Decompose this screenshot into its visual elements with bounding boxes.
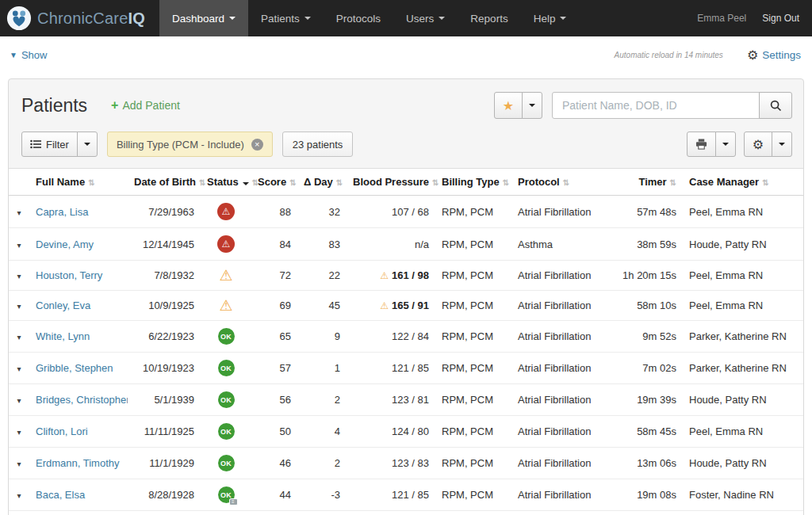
- protocol-cell: Atrial Fibrillation: [511, 511, 607, 515]
- patient-name-link[interactable]: Erdmann, Timothy: [36, 457, 120, 469]
- row-expander-icon[interactable]: ▾: [17, 302, 21, 311]
- table-row: ▾ Erdmann, Timothy 11/1/1929 OK 46 2 123…: [9, 448, 803, 479]
- brand[interactable]: ChronicCareIQ: [0, 0, 159, 36]
- column-header-date-of-birth[interactable]: Date of Birth⇅: [128, 169, 201, 196]
- patient-name-link[interactable]: Bridges, Christopher: [36, 394, 128, 406]
- row-expander-icon[interactable]: ▾: [17, 428, 21, 437]
- row-expander-icon[interactable]: ▾: [17, 208, 21, 217]
- column-header-label: Billing Type: [442, 176, 500, 188]
- filter-dropdown-button[interactable]: [77, 132, 98, 157]
- column-header-status[interactable]: Status⇅: [201, 169, 251, 196]
- sort-icon: ⇅: [563, 178, 569, 187]
- show-toggle[interactable]: ▼ Show: [10, 49, 47, 61]
- nav-item-dashboard[interactable]: Dashboard: [159, 0, 248, 36]
- column-header-timer[interactable]: Timer⇅: [607, 169, 683, 196]
- row-expander-icon[interactable]: ▾: [17, 241, 21, 250]
- filter-button[interactable]: Filter: [21, 132, 78, 157]
- row-expander-icon[interactable]: ▾: [17, 491, 21, 500]
- column-header-label: Case Manager: [689, 176, 759, 188]
- timer-cell: 57m 48s: [607, 196, 683, 228]
- status-cell: OK≡: [201, 479, 251, 511]
- protocol-cell: Atrial Fibrillation: [511, 291, 607, 321]
- status-alert-icon: ⚠: [217, 235, 235, 253]
- sort-icon: ⇅: [289, 178, 296, 187]
- table-row: ▾ Houston, Terry 7/8/1932 ⚠ 72 22 ⚠161 /…: [9, 261, 803, 291]
- status-cell: OK≡: [201, 511, 251, 515]
- nav-item-help[interactable]: Help: [521, 0, 580, 36]
- column-header-label: Δ Day: [304, 176, 333, 188]
- status-ok-icon: OK: [218, 328, 235, 345]
- score-cell: 41: [251, 511, 297, 515]
- table-settings-dropdown-button[interactable]: [772, 132, 792, 157]
- nav-items: DashboardPatientsProtocolsUsersReportsHe…: [159, 0, 579, 36]
- case-manager-cell: Peel, Emma RN: [683, 416, 803, 448]
- column-header-label: Status: [207, 176, 239, 188]
- status-cell: OK: [201, 448, 251, 479]
- timer-cell: 19m 39s: [607, 384, 683, 416]
- row-expander-icon[interactable]: ▾: [17, 396, 21, 405]
- nav-item-users[interactable]: Users: [393, 0, 458, 36]
- row-expander-icon[interactable]: ▾: [17, 364, 21, 373]
- patient-name-link[interactable]: Capra, Lisa: [36, 206, 88, 218]
- case-manager-cell: Houde, Patty RN: [683, 511, 803, 515]
- patient-search-input[interactable]: [552, 92, 760, 119]
- favorites-dropdown-button[interactable]: [522, 92, 542, 119]
- blood-pressure-cell: 107 / 68: [347, 196, 435, 228]
- column-header-full-name[interactable]: Full Name⇅: [29, 169, 128, 196]
- favorites-star-button[interactable]: ★: [494, 92, 523, 119]
- status-ok-message-icon: OK≡: [218, 486, 235, 503]
- row-expander-icon[interactable]: ▾: [17, 333, 21, 341]
- delta-day-cell: 45: [297, 291, 347, 321]
- patient-name-link[interactable]: White, Lynn: [36, 330, 90, 342]
- remove-filter-icon[interactable]: ×: [251, 139, 263, 151]
- blood-pressure-cell: n/a: [347, 228, 435, 261]
- column-header-case-manager[interactable]: Case Manager⇅: [683, 169, 803, 196]
- add-patient-button[interactable]: + Add Patient: [111, 98, 180, 113]
- patient-name-link[interactable]: Houston, Terry: [36, 269, 102, 281]
- protocol-cell: Atrial Fibrillation: [511, 353, 607, 384]
- table-settings-button[interactable]: ⚙: [744, 132, 772, 157]
- nav-item-protocols[interactable]: Protocols: [324, 0, 393, 36]
- column-header-blood-pressure[interactable]: Blood Pressure⇅: [347, 169, 435, 196]
- sort-active-icon: [243, 182, 249, 185]
- column-header-billing-type[interactable]: Billing Type⇅: [435, 169, 511, 196]
- patient-name-link[interactable]: Gribble, Stephen: [36, 362, 113, 374]
- status-alert-icon: ⚠: [217, 203, 235, 220]
- patients-table-container: Full Name⇅Date of Birth⇅Status⇅Score⇅Δ D…: [9, 168, 803, 515]
- patient-name-link[interactable]: Clifton, Lori: [36, 425, 88, 437]
- blood-pressure-cell: 119 / 81: [347, 511, 435, 515]
- score-cell: 46: [251, 448, 297, 479]
- row-expander-icon[interactable]: ▾: [17, 460, 21, 468]
- gear-icon: ⚙: [747, 48, 758, 63]
- filter-label: Filter: [46, 139, 69, 151]
- blood-pressure-cell: 124 / 80: [347, 416, 435, 448]
- nav-item-label: Patients: [261, 13, 300, 25]
- nav-item-reports[interactable]: Reports: [458, 0, 520, 36]
- patient-name-link[interactable]: Conley, Eva: [36, 299, 90, 311]
- column-header-expander: [9, 169, 29, 196]
- row-expander-icon[interactable]: ▾: [17, 272, 21, 280]
- auto-reload-note: Automatic reload in 14 minutes: [615, 51, 723, 59]
- sign-out-link[interactable]: Sign Out: [762, 13, 799, 24]
- search-button[interactable]: [759, 92, 792, 119]
- billing-type-cell: RPM, PCM: [435, 196, 511, 228]
- timer-cell: 38m 59s: [607, 228, 683, 261]
- column-header-label: Timer: [638, 176, 666, 188]
- chevron-down-icon: [229, 17, 236, 20]
- column-header-day[interactable]: Δ Day⇅: [297, 169, 347, 196]
- print-button[interactable]: [687, 132, 716, 157]
- nav-item-patients[interactable]: Patients: [248, 0, 324, 36]
- print-dropdown-button[interactable]: [715, 132, 736, 157]
- patient-name-link[interactable]: Baca, Elsa: [36, 489, 85, 501]
- patient-name-link[interactable]: Devine, Amy: [36, 238, 94, 250]
- filter-list-icon: [30, 139, 41, 149]
- column-header-protocol[interactable]: Protocol⇅: [511, 169, 607, 196]
- sort-icon: ⇅: [762, 178, 768, 187]
- billing-type-cell: RPM, PCM: [435, 384, 511, 416]
- delta-day-cell: 22: [297, 261, 347, 291]
- column-header-score[interactable]: Score⇅: [251, 169, 297, 196]
- brand-name: ChronicCareIQ: [37, 10, 145, 28]
- blood-pressure-cell: 122 / 84: [347, 321, 435, 353]
- settings-link[interactable]: ⚙ Settings: [747, 48, 801, 63]
- nav-item-label: Protocols: [336, 13, 381, 25]
